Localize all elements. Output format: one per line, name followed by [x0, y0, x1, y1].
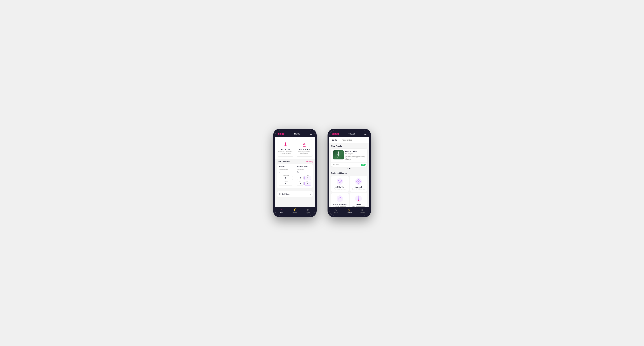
rounds-total: 0	[279, 170, 293, 174]
drill-image	[333, 150, 344, 160]
practice-box: 0	[279, 182, 293, 185]
svg-point-46	[358, 200, 359, 201]
practice-nav-capture[interactable]: ⊕ Capture	[356, 208, 369, 213]
svg-point-33	[357, 180, 358, 180]
skill-card-off-the-tee[interactable]: Off The Tee Power and accuracy	[331, 176, 349, 192]
shots-icon: ●	[333, 164, 334, 166]
practice-nav-home[interactable]: ⌂ Home	[329, 208, 342, 213]
drills-total: 8	[297, 170, 311, 174]
putting-icon	[355, 195, 362, 202]
add-practice-title: Add Practice	[299, 149, 310, 150]
skill-card-approach[interactable]: Approach Dial-in to hit the green	[350, 176, 367, 192]
practice-header: clippd Practice ☰	[329, 131, 369, 137]
practice-nav-capture-icon: ⊕	[361, 208, 364, 212]
home-menu-icon[interactable]: ☰	[310, 132, 312, 135]
home-nav-home-label: Home	[280, 212, 283, 213]
skill-card-putting[interactable]: Putting Make and lag practice	[350, 193, 367, 207]
add-practice-icon	[302, 142, 307, 147]
arg-box: 0	[297, 182, 304, 185]
svg-point-45	[358, 199, 359, 200]
approach-name: Approach	[355, 186, 362, 188]
putt-box: 4	[304, 182, 311, 185]
drills-col: Practice Drills Drills Capture 8 OTT 0	[297, 166, 311, 186]
stats-card: Rounds Rounds Capture 0 Tournament 0	[277, 164, 313, 188]
dot-2[interactable]	[349, 168, 350, 169]
approach-desc: Dial-in to hit the green	[352, 188, 365, 190]
most-popular-title: Most Popular	[331, 145, 367, 147]
tournament-box: 0	[279, 176, 293, 180]
skill-areas-title: Explore skill areas	[331, 172, 367, 174]
rounds-title: Rounds	[279, 166, 293, 168]
practice-title: Practice	[348, 133, 355, 135]
tab-favourites[interactable]: Favourites	[339, 137, 354, 143]
carousel-dots	[331, 167, 367, 171]
add-practice-card[interactable]: Add Practice Capture your practice off-t…	[296, 139, 313, 157]
practice-nav-home-icon: ⌂	[335, 208, 337, 211]
shots-count: 9 shots	[334, 164, 339, 166]
app-val: 4	[305, 177, 311, 179]
practice-nav-activities[interactable]: ⚡ Activities	[342, 208, 356, 213]
home-nav-capture-label: Capture	[306, 212, 310, 213]
skill-card-around-green[interactable]: Around The Green Hone your short game	[331, 193, 349, 207]
svg-line-14	[338, 156, 338, 158]
around-green-icon	[336, 195, 344, 202]
home-nav-home-icon: ⌂	[281, 208, 282, 211]
dot-3[interactable]	[350, 168, 351, 169]
drill-name: Wedge Ladder	[345, 150, 358, 152]
golf-bag-chevron: ›	[310, 193, 311, 195]
favourite-star-icon[interactable]: ☆	[364, 150, 366, 153]
practice-logo: clippd	[332, 132, 339, 135]
app-badge: APP	[361, 164, 365, 166]
home-logo: clippd	[278, 132, 284, 135]
drill-info: Wedge Ladder ☆ 50–100 yds Play 1 shot at…	[345, 150, 366, 161]
practice-nav-capture-label: Capture	[360, 212, 365, 213]
practice-val: 0	[279, 182, 292, 184]
svg-point-39	[340, 197, 340, 198]
practice-bottom-nav: ⌂ Home ⚡ Activities ⊕ Capture	[329, 207, 369, 215]
svg-line-13	[338, 154, 340, 154]
svg-line-15	[338, 156, 339, 158]
around-green-name: Around The Green	[332, 203, 347, 205]
add-round-title: Add Round	[281, 149, 290, 150]
golf-bag-label: My Golf Bag	[279, 193, 290, 195]
add-round-icon	[282, 142, 288, 147]
arg-val: 0	[297, 182, 303, 184]
drills-title: Practice Drills	[297, 166, 311, 168]
practice-nav-activities-label: Activities	[347, 212, 352, 213]
putting-name: Putting	[356, 203, 362, 205]
home-bottom-nav: ⌂ Home ⚡ Activities ⊕ Capture	[275, 207, 315, 215]
svg-point-40	[341, 198, 342, 198]
approach-icon	[355, 178, 362, 185]
home-nav-activities-icon: ⚡	[293, 208, 296, 212]
svg-point-10	[338, 152, 339, 153]
home-nav-capture[interactable]: ⊕ Capture	[302, 208, 315, 213]
practice-menu-icon[interactable]: ☰	[364, 132, 367, 135]
svg-rect-9	[304, 143, 305, 143]
skill-grid: Off The Tee Power and accuracy	[331, 176, 367, 207]
svg-point-38	[339, 198, 340, 199]
dot-1[interactable]	[347, 168, 348, 169]
svg-point-37	[338, 200, 338, 200]
golf-bag-row[interactable]: My Golf Bag ›	[277, 191, 313, 197]
home-nav-activities-label: Activities	[292, 212, 298, 213]
putt-val: 4	[305, 182, 311, 184]
most-popular-section: Most Popular	[329, 143, 369, 172]
tab-drills[interactable]: Drills	[329, 137, 340, 143]
practice-nav-activities-icon: ⚡	[347, 208, 351, 212]
svg-point-34	[360, 180, 360, 180]
ott-box: 0	[297, 176, 304, 180]
add-round-card[interactable]: Add Round Record your shots in fast or e…	[277, 139, 294, 157]
add-practice-desc: Capture your practice off-the-course	[297, 151, 312, 154]
home-nav-activities[interactable]: ⚡ Activities	[288, 208, 302, 213]
app-box: 4	[304, 176, 311, 180]
view-activity-link[interactable]: View Activity	[305, 161, 313, 163]
drill-card-wedge-ladder[interactable]: Wedge Ladder ☆ 50–100 yds Play 1 shot at…	[331, 149, 367, 167]
svg-point-36	[336, 195, 343, 202]
phone-home: clippd Home ☰	[273, 129, 317, 217]
home-nav-home[interactable]: ⌂ Home	[275, 208, 288, 213]
svg-line-12	[337, 154, 338, 155]
drill-yardage: 50–100 yds	[345, 153, 366, 155]
shots-info: ● 9 shots	[333, 164, 339, 166]
practice-nav-home-label: Home	[334, 212, 338, 213]
home-scroll: Add Round Record your shots in fast or e…	[275, 137, 315, 207]
